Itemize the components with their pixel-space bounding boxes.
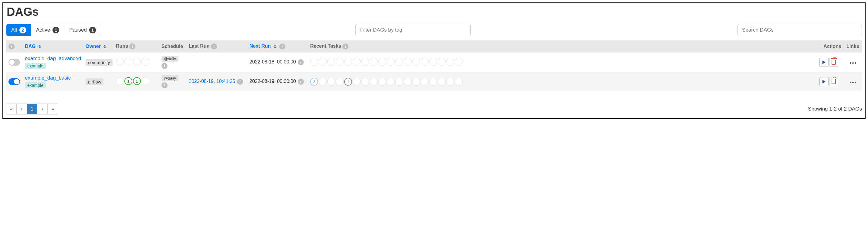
task-status-circle[interactable] [386, 58, 395, 66]
last-run-link[interactable]: 2022-08-19, 10:41:25 [189, 79, 235, 84]
run-status-circle[interactable]: 1 [133, 77, 141, 85]
col-toggle-header: i [6, 40, 23, 53]
task-status-circle[interactable] [370, 78, 377, 86]
task-status-circle[interactable] [404, 58, 411, 66]
col-nextrun-header[interactable]: Next Run i [247, 40, 308, 53]
sort-icon [274, 45, 277, 48]
schedule-chip[interactable]: @daily [161, 56, 179, 62]
col-dag-header[interactable]: DAG [23, 40, 83, 53]
task-status-circle[interactable] [319, 58, 327, 66]
task-status-circle[interactable] [336, 58, 344, 66]
dags-table: i DAG Owner Runs i Schedule Last Run i [6, 40, 862, 91]
task-status-circle[interactable] [310, 58, 318, 66]
table-body-spacer: « ‹ 1 › » Showing 1-2 of 2 DAGs [6, 104, 862, 114]
run-status-circle[interactable] [133, 58, 141, 66]
page-next-button[interactable]: › [37, 104, 48, 114]
schedule-chip[interactable]: @daily [161, 75, 179, 81]
task-status-circle[interactable] [412, 58, 420, 66]
info-icon[interactable]: i [342, 44, 348, 50]
tag-chip[interactable]: example [25, 82, 46, 88]
run-status-circle[interactable] [142, 77, 149, 85]
tab-paused-count: 1 [89, 27, 96, 33]
info-icon[interactable]: i [129, 44, 135, 50]
delete-dag-button[interactable] [829, 77, 838, 86]
task-status-circle[interactable] [353, 58, 361, 66]
col-links-header: Links [844, 40, 862, 53]
delete-dag-button[interactable] [829, 58, 838, 67]
task-status-circle[interactable] [429, 78, 437, 86]
dag-name-link[interactable]: example_dag_basic [25, 75, 71, 81]
tab-active[interactable]: Active 1 [31, 24, 64, 36]
more-links-button[interactable] [846, 82, 860, 83]
pause-toggle[interactable] [8, 59, 20, 66]
filter-tabs: All 2 Active 1 Paused 1 [6, 24, 101, 36]
trash-icon [832, 79, 836, 84]
trigger-dag-button[interactable] [819, 58, 829, 67]
info-icon[interactable]: i [8, 44, 14, 50]
page-title: DAGs [7, 5, 862, 19]
task-status-circle[interactable] [395, 58, 403, 66]
info-icon[interactable]: i [161, 82, 167, 88]
task-status-circle[interactable] [438, 58, 445, 66]
task-status-circle[interactable] [336, 78, 344, 86]
task-status-circle[interactable] [446, 58, 454, 66]
task-status-circle[interactable] [404, 78, 411, 86]
task-status-circle[interactable] [455, 78, 463, 86]
more-links-button[interactable] [846, 62, 860, 64]
owner-chip[interactable]: community [86, 59, 113, 66]
run-status-circle[interactable] [116, 58, 124, 66]
task-status-circle[interactable] [395, 78, 403, 86]
task-status-circle[interactable] [327, 58, 335, 66]
page-first-button[interactable]: « [6, 104, 17, 114]
filter-tags-input[interactable] [355, 24, 471, 36]
info-icon[interactable]: i [237, 79, 243, 85]
task-status-circle[interactable] [378, 58, 386, 66]
task-status-circle[interactable] [353, 78, 361, 86]
info-icon[interactable]: i [211, 44, 217, 50]
pause-toggle[interactable] [8, 78, 20, 85]
recent-tasks-indicators [310, 58, 463, 66]
dag-name-link[interactable]: example_dag_advanced [25, 56, 81, 61]
task-status-circle[interactable] [421, 58, 429, 66]
task-status-circle[interactable] [370, 58, 377, 66]
task-status-circle[interactable] [361, 78, 369, 86]
run-status-circle[interactable]: 1 [124, 77, 132, 85]
owner-chip[interactable]: airflow [86, 78, 103, 85]
page-current-button[interactable]: 1 [27, 104, 37, 114]
task-status-circle[interactable] [344, 58, 352, 66]
task-status-circle[interactable]: 1 [344, 78, 352, 86]
showing-text: Showing 1-2 of 2 DAGs [808, 106, 862, 112]
task-status-circle[interactable]: 2 [310, 78, 318, 86]
info-icon[interactable]: i [298, 59, 304, 65]
task-status-circle[interactable] [446, 78, 454, 86]
trigger-dag-button[interactable] [819, 77, 829, 86]
task-status-circle[interactable] [386, 78, 395, 86]
task-status-circle[interactable] [421, 78, 429, 86]
page-prev-button[interactable]: ‹ [17, 104, 27, 114]
col-lastrun-header: Last Run i [186, 40, 247, 53]
col-actions-header: Actions [816, 40, 844, 53]
page-last-button[interactable]: » [48, 104, 58, 114]
task-status-circle[interactable] [327, 78, 335, 86]
play-icon [823, 80, 826, 84]
col-owner-header[interactable]: Owner [83, 40, 114, 53]
task-status-circle[interactable] [438, 78, 445, 86]
task-status-circle[interactable] [455, 58, 463, 66]
task-status-circle[interactable] [361, 58, 369, 66]
tab-all[interactable]: All 2 [6, 24, 31, 36]
task-status-circle[interactable] [378, 78, 386, 86]
tab-paused[interactable]: Paused 1 [64, 24, 101, 36]
task-status-circle[interactable] [412, 78, 420, 86]
run-status-circle[interactable] [124, 58, 132, 66]
info-icon[interactable]: i [279, 44, 285, 50]
info-icon[interactable]: i [161, 63, 167, 69]
task-status-circle[interactable] [319, 78, 327, 86]
tag-chip[interactable]: example [25, 63, 46, 69]
play-icon [823, 60, 826, 64]
run-status-circle[interactable] [142, 58, 149, 66]
search-dags-input[interactable] [738, 24, 862, 36]
info-icon[interactable]: i [298, 79, 304, 85]
run-status-circle[interactable] [116, 77, 124, 85]
next-run-text: 2022-08-19, 00:00:00 [249, 79, 296, 84]
task-status-circle[interactable] [429, 58, 437, 66]
